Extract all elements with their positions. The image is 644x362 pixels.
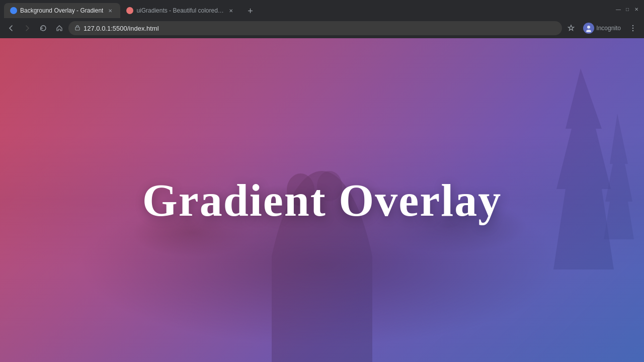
lock-icon — [74, 25, 80, 32]
browser-frame: Background Overlay - Gradient ✕ uiGradie… — [0, 0, 644, 362]
svg-point-3 — [587, 26, 590, 29]
reload-button[interactable] — [36, 21, 50, 35]
nav-bar: 127.0.0.1:5500/index.html Incognito — [0, 18, 644, 38]
url-text: 127.0.0.1:5500/index.html — [84, 25, 556, 32]
profile-name: Incognito — [596, 25, 621, 32]
new-tab-button[interactable]: + — [243, 4, 257, 18]
tab-title-1: Background Overlay - Gradient — [20, 7, 103, 14]
window-controls: — □ ✕ — [615, 6, 644, 13]
svg-rect-2 — [75, 27, 79, 30]
svg-point-6 — [632, 28, 633, 29]
star-button[interactable] — [564, 21, 578, 35]
profile-button[interactable]: Incognito — [579, 22, 625, 35]
gradient-overlay-container: Gradient Overlay — [0, 38, 644, 362]
svg-rect-1 — [128, 9, 132, 13]
tab-1[interactable]: Background Overlay - Gradient ✕ — [4, 3, 120, 18]
title-bar: Background Overlay - Gradient ✕ uiGradie… — [0, 0, 644, 18]
tabs-area: Background Overlay - Gradient ✕ uiGradie… — [0, 0, 615, 18]
tab-title-2: uiGradients - Beautiful colored g... — [136, 7, 224, 14]
minimize-button[interactable]: — — [615, 6, 622, 13]
tab-close-1[interactable]: ✕ — [106, 7, 114, 15]
svg-point-5 — [632, 25, 633, 26]
svg-point-0 — [12, 9, 16, 13]
svg-point-7 — [632, 30, 633, 31]
home-button[interactable] — [52, 21, 66, 35]
menu-button[interactable] — [626, 21, 640, 35]
avatar — [583, 23, 594, 34]
page-heading: Gradient Overlay — [142, 174, 502, 226]
address-bar[interactable]: 127.0.0.1:5500/index.html — [68, 21, 562, 35]
maximize-button[interactable]: □ — [624, 6, 631, 13]
forward-button[interactable] — [20, 21, 34, 35]
close-button[interactable]: ✕ — [633, 6, 640, 13]
nav-actions: Incognito — [564, 21, 640, 35]
page-content: Gradient Overlay — [0, 38, 644, 362]
tab-2[interactable]: uiGradients - Beautiful colored g... ✕ — [120, 3, 241, 18]
back-button[interactable] — [4, 21, 18, 35]
tab-favicon-2 — [126, 7, 133, 14]
tab-favicon-1 — [10, 7, 17, 14]
tab-close-2[interactable]: ✕ — [227, 7, 235, 15]
svg-point-4 — [586, 30, 591, 32]
